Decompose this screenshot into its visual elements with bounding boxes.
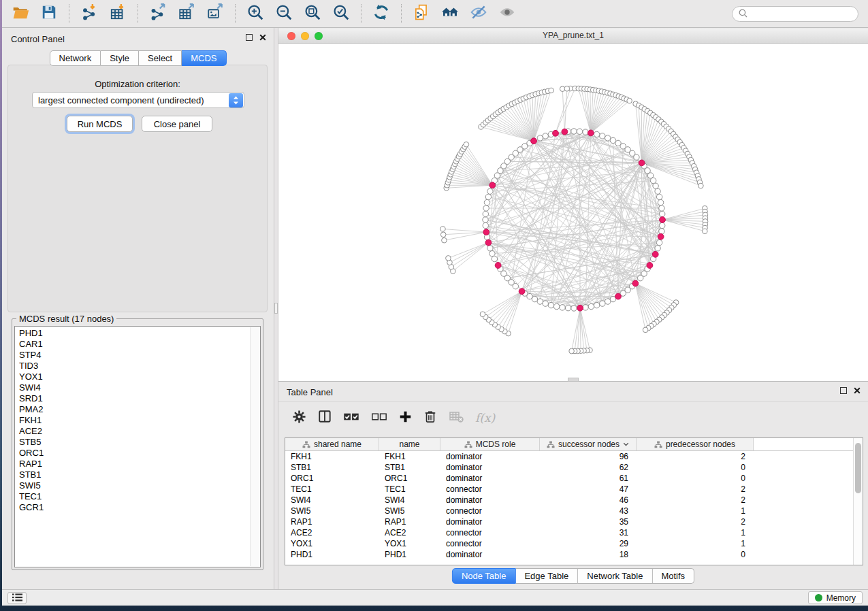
result-node-item[interactable]: STB1: [15, 469, 260, 480]
table-cell-successor-nodes[interactable]: 96: [540, 452, 637, 461]
search-input[interactable]: [751, 10, 858, 19]
table-cell-shared-name[interactable]: YOX1: [285, 539, 379, 548]
table-cell-shared-name[interactable]: STB1: [285, 463, 379, 472]
table-cell-name[interactable]: ORC1: [379, 474, 440, 483]
minimize-window-icon[interactable]: [301, 32, 309, 40]
result-node-item[interactable]: GCR1: [15, 502, 260, 513]
select-all-button[interactable]: [343, 409, 359, 427]
result-node-item[interactable]: PHD1: [15, 328, 260, 339]
import-network-button[interactable]: [75, 2, 103, 25]
delete-button[interactable]: [423, 409, 437, 427]
table-cell-mcds-role[interactable]: dominator: [440, 517, 540, 527]
table-cell-name[interactable]: RAP1: [379, 517, 440, 527]
result-node-item[interactable]: ORC1: [15, 448, 260, 459]
result-node-item[interactable]: SWI5: [15, 480, 260, 491]
zoom-in-button[interactable]: [241, 2, 270, 25]
result-node-item[interactable]: SWI4: [15, 382, 260, 393]
run-mcds-button[interactable]: Run MCDS: [67, 116, 133, 132]
table-cell-name[interactable]: SWI4: [379, 495, 440, 505]
result-node-item[interactable]: RAP1: [15, 459, 260, 469]
result-node-item[interactable]: YOX1: [15, 371, 260, 382]
result-node-item[interactable]: ACE2: [15, 426, 260, 437]
table-cell-name[interactable]: TEC1: [379, 484, 440, 494]
column-header-name[interactable]: name: [379, 438, 440, 450]
table-cell-successor-nodes[interactable]: 62: [540, 463, 637, 472]
column-header-shared-name[interactable]: shared name: [285, 438, 379, 450]
tab-mcds[interactable]: MCDS: [182, 50, 226, 66]
table-cell-shared-name[interactable]: FKH1: [285, 452, 379, 461]
table-cell-name[interactable]: YOX1: [379, 539, 440, 548]
table-row[interactable]: YOX1YOX1connector291: [285, 538, 863, 549]
close-panel-button[interactable]: Close panel: [142, 116, 212, 132]
table-cell-successor-nodes[interactable]: 29: [540, 539, 637, 548]
table-row[interactable]: RAP1RAP1dominator352: [285, 516, 863, 527]
columns-button[interactable]: [318, 409, 332, 427]
close-panel-icon[interactable]: [854, 387, 861, 394]
table-scrollbar[interactable]: [853, 438, 863, 565]
table-cell-shared-name[interactable]: TEC1: [285, 484, 379, 494]
table-cell-name[interactable]: FKH1: [379, 452, 440, 461]
first-neighbors-button[interactable]: [436, 2, 464, 25]
close-window-icon[interactable]: [287, 32, 295, 40]
result-node-item[interactable]: SRD1: [15, 393, 260, 404]
network-graph[interactable]: [278, 44, 868, 381]
table-row[interactable]: SWI5SWI5connector431: [285, 506, 863, 516]
network-canvas[interactable]: [278, 44, 868, 381]
table-cell-successor-nodes[interactable]: 46: [540, 495, 637, 505]
add-button[interactable]: [399, 409, 412, 427]
table-cell-predecessor-nodes[interactable]: 2: [637, 452, 754, 461]
table-cell-name[interactable]: PHD1: [379, 550, 440, 559]
criterion-dropdown[interactable]: largest connected component (undirected): [32, 92, 244, 108]
table-cell-predecessor-nodes[interactable]: 1: [637, 539, 754, 548]
tab-network[interactable]: Network: [49, 50, 101, 66]
table-cell-predecessor-nodes[interactable]: 2: [637, 484, 754, 494]
show-all-button[interactable]: [493, 2, 521, 25]
gear-button[interactable]: [292, 409, 306, 427]
table-cell-mcds-role[interactable]: dominator: [440, 452, 540, 461]
table-cell-mcds-role[interactable]: connector: [440, 506, 540, 516]
table-cell-predecessor-nodes[interactable]: 0: [637, 550, 754, 559]
table-scrollbar-thumb[interactable]: [855, 443, 861, 493]
tab-select[interactable]: Select: [139, 50, 182, 66]
splitter-handle[interactable]: [274, 303, 278, 314]
table-row[interactable]: PHD1PHD1dominator180: [285, 549, 863, 560]
table-cell-shared-name[interactable]: ORC1: [285, 474, 379, 483]
table-cell-mcds-role[interactable]: dominator: [440, 474, 540, 483]
table-cell-successor-nodes[interactable]: 61: [540, 474, 637, 483]
table-cell-successor-nodes[interactable]: 31: [540, 528, 637, 538]
export-network-button[interactable]: [144, 2, 172, 25]
task-history-button[interactable]: [7, 592, 27, 604]
result-node-item[interactable]: TEC1: [15, 491, 260, 502]
table-cell-mcds-role[interactable]: dominator: [440, 463, 540, 472]
result-node-item[interactable]: CAR1: [15, 339, 260, 350]
table-row[interactable]: FKH1FKH1dominator962: [285, 451, 863, 462]
float-panel-icon[interactable]: [246, 34, 253, 41]
table-row[interactable]: STB1STB1dominator620: [285, 462, 863, 473]
table-cell-predecessor-nodes[interactable]: 1: [637, 528, 754, 538]
table-tab-network-table[interactable]: Network Table: [578, 568, 652, 584]
tab-style[interactable]: Style: [101, 50, 139, 66]
table-cell-predecessor-nodes[interactable]: 2: [637, 495, 754, 505]
table-cell-shared-name[interactable]: PHD1: [285, 550, 379, 559]
table-cell-successor-nodes[interactable]: 18: [540, 550, 637, 559]
table-cell-successor-nodes[interactable]: 47: [540, 484, 637, 494]
table-cell-successor-nodes[interactable]: 35: [540, 517, 637, 527]
maximize-window-icon[interactable]: [315, 32, 323, 40]
column-header-mcds-role[interactable]: MCDS role: [440, 438, 540, 450]
table-cell-successor-nodes[interactable]: 43: [540, 506, 637, 516]
table-row[interactable]: TEC1TEC1connector472: [285, 484, 863, 495]
export-table-button[interactable]: [172, 2, 201, 25]
table-tab-motifs[interactable]: Motifs: [652, 568, 694, 584]
table-cell-name[interactable]: STB1: [379, 463, 440, 472]
table-cell-shared-name[interactable]: ACE2: [285, 528, 379, 538]
result-node-item[interactable]: TID3: [15, 361, 260, 371]
hide-selected-button[interactable]: [464, 2, 493, 25]
table-cell-mcds-role[interactable]: connector: [440, 539, 540, 548]
column-header-predecessor-nodes[interactable]: predecessor nodes: [637, 438, 754, 450]
copy-button[interactable]: [407, 2, 436, 25]
open-button[interactable]: [6, 2, 35, 25]
table-row[interactable]: ACE2ACE2connector311: [285, 527, 863, 538]
float-panel-icon[interactable]: [840, 387, 847, 394]
table-cell-predecessor-nodes[interactable]: 0: [637, 463, 754, 472]
result-list-scrollbar[interactable]: [250, 327, 259, 566]
